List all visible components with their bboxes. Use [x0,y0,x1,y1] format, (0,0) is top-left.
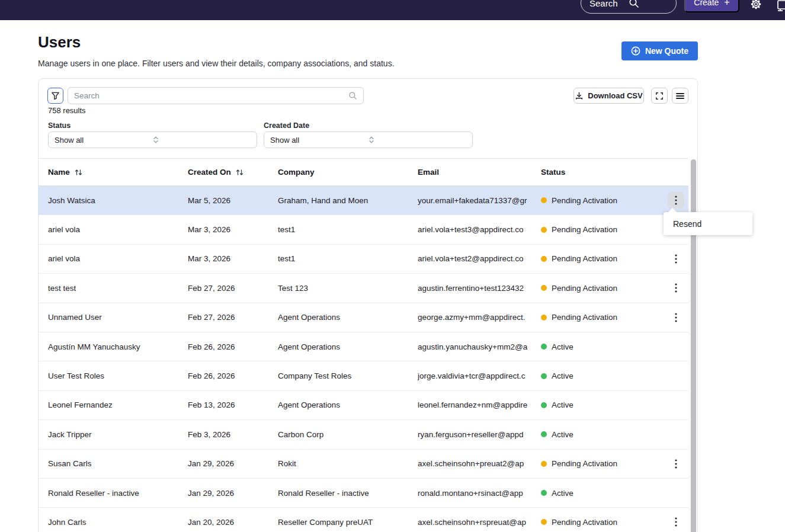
status-filter-label: Status [48,121,71,130]
cell-status: Pending Activation [541,518,664,527]
cell-created-on: Jan 29, 2026 [188,489,278,498]
density-lines-icon [676,92,684,100]
status-label: Pending Activation [552,518,617,527]
row-menu-button[interactable] [668,192,684,209]
status-filter-value: Show all [55,136,153,145]
status-label: Pending Activation [552,254,617,263]
cell-name: User Test Roles [48,371,188,380]
new-quote-button[interactable]: New Quote [621,41,698,60]
table-row[interactable]: test test Feb 27, 2026 Test 123 agustin.… [39,274,688,303]
cell-email: your.email+fakedata71337@gr [418,196,541,205]
row-menu-button[interactable] [668,309,684,326]
table-row[interactable]: ariel vola Mar 3, 2026 test1 ariel.vola+… [39,245,688,274]
status-label: Active [552,342,573,351]
cell-status: Pending Activation [541,313,664,322]
users-table: Name Created On Company Email Status Jos… [39,158,688,532]
new-quote-label: New Quote [645,46,688,56]
cell-company: test1 [278,254,418,263]
table-row[interactable]: Josh Watsica Mar 5, 2026 Graham, Hand an… [39,186,688,215]
created-date-filter-value: Show all [270,136,369,145]
cell-status: Pending Activation [541,459,664,468]
sort-icon[interactable] [75,169,82,176]
cell-created-on: Feb 27, 2026 [188,313,278,322]
status-dot [541,344,547,350]
status-label: Active [552,400,573,409]
created-date-filter-label: Created Date [264,121,309,130]
cell-name: Leonel Fernandez [48,400,188,409]
cell-email: agustin.yanuchausky+mm2@a [418,342,541,351]
table-search-input[interactable]: Search [68,87,364,104]
column-header-name[interactable]: Name [48,168,188,177]
table-row[interactable]: Unnamed User Feb 27, 2026 Agent Operatio… [39,303,688,332]
row-density-button[interactable] [672,88,688,104]
status-dot [541,373,547,379]
cell-status: Pending Activation [541,284,664,293]
created-date-filter-select[interactable]: Show all [264,132,473,148]
download-icon [575,91,584,100]
status-label: Pending Activation [552,225,617,234]
search-icon [348,91,357,100]
cell-status: Active [541,430,664,439]
cell-email: ryan.ferguson+reseller@appd [418,430,541,439]
cell-status: Pending Activation [541,196,664,205]
table-row[interactable]: Susan Carls Jan 29, 2026 Rokit axel.sche… [39,450,688,479]
cell-status: Active [541,342,664,351]
cell-company: Agent Operations [278,342,418,351]
table-row[interactable]: User Test Roles Feb 26, 2026 Company Tes… [39,361,688,390]
create-button[interactable]: Create + [684,0,739,12]
table-row[interactable]: Agustín MM Yanuchausky Feb 26, 2026 Agen… [39,332,688,361]
menu-item-resend[interactable]: Resend [664,212,752,235]
row-menu-button[interactable] [668,251,684,267]
status-label: Pending Activation [552,196,617,205]
users-card: Search Download CSV 758 results Status S… [38,78,698,532]
row-menu-button[interactable] [668,456,684,472]
create-button-label: Create [694,0,719,7]
cell-company: test1 [278,225,418,234]
status-dot [541,519,547,525]
cell-company: Reseller Company preUAT [278,518,418,527]
cell-email: agustin.ferrentino+test123432 [418,284,541,293]
settings-gear-icon[interactable] [749,0,762,11]
status-label: Active [552,489,573,498]
table-row[interactable]: John Carls Jan 20, 2026 Reseller Company… [39,508,688,532]
table-row[interactable]: Leonel Fernandez Feb 13, 2026 Agent Oper… [39,391,688,420]
column-header-created-on[interactable]: Created On [188,168,278,177]
table-row[interactable]: Jack Tripper Feb 3, 2026 Carbon Corp rya… [39,420,688,449]
storefront-icon[interactable] [776,0,785,12]
cell-created-on: Feb 13, 2026 [188,400,278,409]
cell-name: ariel vola [48,254,188,263]
column-header-company: Company [278,168,418,177]
status-dot [541,256,547,262]
cell-company: Test 123 [278,284,418,293]
cell-email: ariel.vola+test3@appdirect.co [418,225,541,234]
cell-status: Active [541,371,664,380]
cell-name: Susan Carls [48,459,188,468]
cell-created-on: Mar 5, 2026 [188,196,278,205]
status-dot [541,197,547,203]
status-dot [541,227,547,233]
download-csv-label: Download CSV [588,91,642,100]
table-row[interactable]: ariel vola Mar 3, 2026 test1 ariel.vola+… [39,215,688,244]
page-subtitle: Manage users in one place. Filter users … [38,59,395,68]
row-menu-button[interactable] [668,280,684,296]
cell-company: Agent Operations [278,313,418,322]
global-search-input[interactable]: Search [581,0,677,14]
search-icon [629,0,668,8]
fullscreen-button[interactable] [651,88,668,104]
status-label: Pending Activation [552,284,617,293]
filter-toggle-button[interactable] [47,88,63,104]
status-label: Pending Activation [552,459,617,468]
cell-status: Pending Activation [541,254,664,263]
table-row[interactable]: Ronald Reseller - inactive Jan 29, 2026 … [39,479,688,508]
status-dot [541,431,547,437]
cell-email: axel.scheinsohn+rspreuat@ap [418,518,541,527]
results-count: 758 results [48,106,86,115]
download-csv-button[interactable]: Download CSV [573,88,644,104]
cell-name: ariel vola [48,225,188,234]
cell-name: Josh Watsica [48,196,188,205]
status-filter-select[interactable]: Show all [48,132,257,148]
sort-icon[interactable] [236,169,243,176]
status-label: Pending Activation [552,313,617,322]
cell-name: Jack Tripper [48,430,188,439]
row-menu-button[interactable] [668,514,684,530]
